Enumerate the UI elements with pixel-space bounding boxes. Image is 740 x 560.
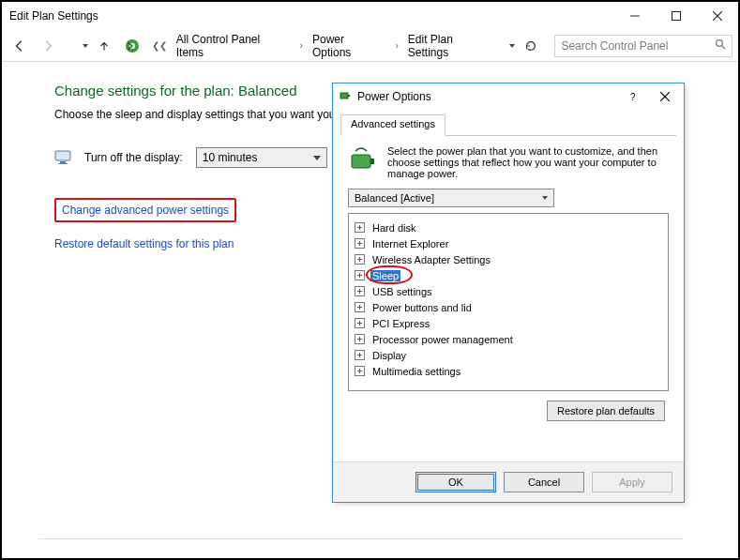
svg-rect-1: [672, 12, 681, 21]
restore-plan-defaults-button[interactable]: Restore plan defaults: [547, 401, 665, 421]
search-placeholder: Search Control Panel: [561, 39, 668, 53]
battery-icon: [348, 145, 378, 175]
dialog-title: Power Options: [357, 90, 431, 103]
search-icon: [715, 38, 726, 53]
expand-icon[interactable]: [355, 302, 365, 312]
apply-button[interactable]: Apply: [592, 472, 672, 492]
tree-item-pci-express[interactable]: PCI Express: [355, 315, 662, 331]
svg-rect-11: [340, 93, 348, 98]
titlebar: Edit Plan Settings: [2, 2, 738, 30]
breadcrumb-1[interactable]: Power Options: [310, 31, 388, 61]
tree-item-label: Hard disk: [370, 222, 417, 234]
tree-item-power-buttons-and-lid[interactable]: Power buttons and lid: [355, 299, 662, 315]
link-advanced-power-settings[interactable]: Change advanced power settings: [54, 198, 236, 222]
expand-icon[interactable]: [355, 238, 365, 249]
tree-item-processor-power-management[interactable]: Processor power management: [355, 331, 662, 347]
settings-tree[interactable]: Hard diskInternet ExplorerWireless Adapt…: [348, 213, 669, 391]
control-panel-icon: [124, 38, 141, 54]
tree-item-display[interactable]: Display: [355, 347, 662, 363]
recent-dropdown[interactable]: [64, 34, 88, 58]
expand-icon[interactable]: [355, 318, 365, 328]
cancel-button[interactable]: Cancel: [504, 472, 584, 492]
dialog-close-button[interactable]: [652, 87, 678, 106]
svg-line-7: [722, 46, 725, 49]
battery-small-icon: [339, 89, 352, 105]
tree-item-wireless-adapter-settings[interactable]: Wireless Adapter Settings: [355, 251, 662, 267]
monitor-icon: [54, 150, 71, 165]
breadcrumb-2[interactable]: Edit Plan Settings: [406, 31, 499, 61]
svg-rect-10: [58, 163, 68, 164]
forward-button[interactable]: [36, 34, 60, 58]
breadcrumb-separator: ❮❮: [148, 40, 171, 51]
tree-item-usb-settings[interactable]: USB settings: [355, 283, 662, 299]
chevron-down-icon: [542, 196, 548, 200]
close-button[interactable]: [697, 3, 738, 29]
plan-select[interactable]: Balanced [Active]: [348, 189, 554, 207]
footer-divider: [39, 538, 682, 539]
dialog-intro: Select the power plan that you want to c…: [348, 145, 669, 179]
expand-icon[interactable]: [355, 270, 365, 280]
svg-text:?: ?: [630, 92, 636, 101]
tree-item-label: Wireless Adapter Settings: [370, 254, 492, 265]
address-dropdown[interactable]: [502, 37, 515, 55]
tree-item-hard-disk[interactable]: Hard disk: [355, 219, 662, 235]
tree-item-label: Internet Explorer: [370, 238, 450, 250]
dialog-help-button[interactable]: ?: [620, 87, 646, 106]
expand-icon[interactable]: [355, 366, 365, 376]
svg-rect-12: [348, 95, 350, 97]
tab-advanced-settings[interactable]: Advanced settings: [340, 114, 446, 136]
ok-button[interactable]: OK: [415, 472, 496, 492]
address-bar: ❮❮ All Control Panel Items › Power Optio…: [2, 30, 738, 62]
tree-item-label: Sleep: [370, 270, 400, 281]
dialog-intro-text: Select the power plan that you want to c…: [387, 145, 669, 179]
display-off-value: 10 minutes: [203, 151, 258, 164]
search-input[interactable]: Search Control Panel: [554, 35, 732, 57]
svg-rect-8: [55, 151, 70, 160]
tree-item-label: Power buttons and lid: [370, 302, 474, 313]
tree-item-multimedia-settings[interactable]: Multimedia settings: [355, 363, 662, 379]
up-button[interactable]: [92, 34, 116, 58]
maximize-button[interactable]: [656, 3, 697, 29]
display-off-select[interactable]: 10 minutes: [196, 147, 327, 168]
expand-icon[interactable]: [355, 254, 365, 265]
tree-item-label: Display: [370, 350, 408, 361]
expand-icon[interactable]: [355, 334, 365, 344]
expand-icon[interactable]: [355, 286, 365, 296]
dialog-tabstrip: Advanced settings: [340, 114, 676, 136]
svg-rect-9: [60, 161, 66, 163]
expand-icon[interactable]: [355, 350, 365, 360]
back-button[interactable]: [8, 34, 32, 58]
dialog-footer: OK Cancel Apply: [333, 462, 684, 502]
window-title: Edit Plan Settings: [9, 9, 98, 23]
expand-icon[interactable]: [355, 222, 365, 233]
tree-item-label: Multimedia settings: [370, 366, 462, 377]
breadcrumb-0[interactable]: All Control Panel Items: [174, 31, 293, 61]
dialog-titlebar: Power Options ?: [333, 83, 684, 110]
breadcrumb-chevron[interactable]: ›: [392, 40, 402, 51]
plan-selected: Balanced [Active]: [355, 192, 434, 204]
power-options-dialog: Power Options ? Advanced settings Select…: [332, 83, 685, 503]
chevron-down-icon: [313, 156, 321, 160]
minimize-button[interactable]: [614, 3, 656, 29]
tree-item-label: Processor power management: [370, 334, 515, 345]
refresh-button[interactable]: [521, 36, 541, 56]
tree-item-sleep[interactable]: Sleep: [355, 267, 662, 283]
tree-item-label: PCI Express: [370, 318, 431, 329]
svg-rect-17: [370, 159, 374, 164]
breadcrumb-chevron[interactable]: ›: [296, 40, 307, 51]
tree-item-label: USB settings: [370, 286, 434, 297]
display-off-label: Turn off the display:: [84, 151, 183, 164]
tree-item-internet-explorer[interactable]: Internet Explorer: [355, 235, 662, 251]
svg-rect-16: [352, 155, 370, 168]
svg-point-6: [717, 40, 723, 47]
